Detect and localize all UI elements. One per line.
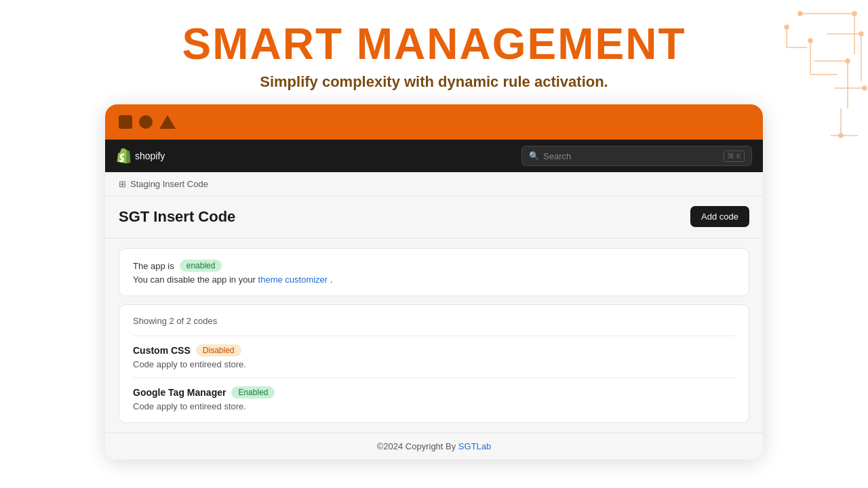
code-divider-1 — [133, 336, 735, 336]
search-placeholder-text: Search — [543, 151, 719, 161]
code-desc-2: Code apply to entireed store. — [133, 401, 735, 411]
content-area: ⊞ Staging Insert Code SGT Insert Code Ad… — [105, 172, 763, 460]
showing-text: Showing 2 of 2 codes — [133, 316, 735, 326]
search-icon: 🔍 — [529, 151, 539, 161]
code-status-badge-1: Disabled — [196, 344, 241, 357]
shopify-logo: shopify — [116, 148, 165, 163]
search-bar[interactable]: 🔍 Search ⌘ K — [521, 146, 752, 166]
code-item-custom-css: Custom CSS Disabled Code apply to entire… — [133, 344, 735, 369]
shopify-logo-text: shopify — [135, 150, 165, 161]
page-title-row: SGT Insert Code Add code — [105, 197, 763, 239]
app-window: shopify 🔍 Search ⌘ K ⊞ Staging Insert Co… — [105, 104, 763, 460]
code-item-header-2: Google Tag Manager Enabled — [133, 386, 735, 399]
title-bar — [105, 104, 763, 140]
page-title: SGT Insert Code — [119, 208, 235, 226]
code-item-header-1: Custom CSS Disabled — [133, 344, 735, 357]
status-line: The app is enabled — [133, 260, 735, 272]
codes-list-card: Showing 2 of 2 codes Custom CSS Disabled… — [119, 304, 749, 423]
page-header: SMART MANAGEMENT Simplify complexity wit… — [0, 0, 868, 104]
footer-text: ©2024 Copyright By — [377, 441, 456, 451]
disable-desc-prefix: You can disable the app in your — [133, 274, 256, 285]
app-status-card: The app is enabled You can disable the a… — [119, 248, 749, 296]
disable-description: You can disable the app in your theme cu… — [133, 274, 735, 285]
code-item-gtm: Google Tag Manager Enabled Code apply to… — [133, 386, 735, 411]
app-status-prefix: The app is — [133, 261, 174, 271]
sgtlab-link[interactable]: SGTLab — [458, 441, 491, 451]
code-name-2: Google Tag Manager — [133, 387, 226, 398]
code-name-1: Custom CSS — [133, 345, 191, 356]
svg-point-14 — [839, 134, 843, 138]
add-code-button[interactable]: Add code — [690, 206, 749, 227]
code-divider-2 — [133, 378, 735, 378]
cards-area: The app is enabled You can disable the a… — [105, 239, 763, 432]
code-desc-1: Code apply to entireed store. — [133, 359, 735, 369]
code-status-badge-2: Enabled — [231, 386, 275, 399]
shopify-logo-icon — [116, 148, 131, 163]
main-title: SMART MANAGEMENT — [0, 20, 868, 68]
disable-desc-suffix: . — [330, 274, 333, 285]
window-btn-triangle[interactable] — [159, 115, 176, 129]
window-btn-circle[interactable] — [139, 115, 153, 129]
enabled-badge: enabled — [180, 260, 222, 272]
window-btn-square[interactable] — [119, 115, 132, 129]
shopify-bar: shopify 🔍 Search ⌘ K — [105, 140, 763, 172]
breadcrumb-text: Staging Insert Code — [130, 179, 208, 189]
breadcrumb-bar: ⊞ Staging Insert Code — [105, 172, 763, 197]
breadcrumb-icon: ⊞ — [119, 179, 126, 189]
theme-customizer-link[interactable]: theme customizer — [258, 274, 328, 285]
sub-title: Simplify complexity with dynamic rule ac… — [0, 73, 868, 91]
footer: ©2024 Copyright By SGTLab — [105, 432, 763, 460]
search-shortcut: ⌘ K — [724, 150, 745, 162]
